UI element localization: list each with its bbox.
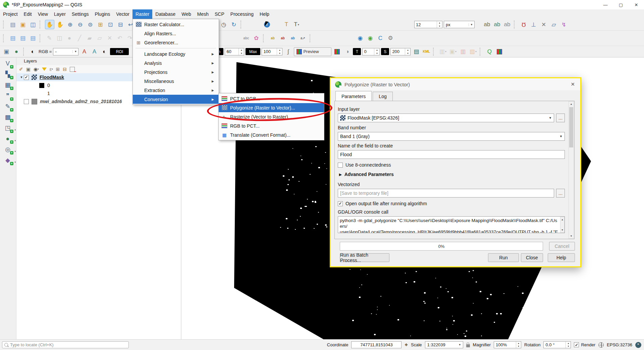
pan-map-icon[interactable]: ✋ (45, 20, 54, 29)
zoom-full-icon[interactable]: ⊞ (96, 20, 105, 29)
scp-image-control-icon[interactable]: ◐ (29, 47, 37, 56)
spin-up-icon[interactable]: ▲ (566, 342, 571, 345)
layer-visibility-checkbox[interactable] (24, 99, 29, 104)
zoom-to-selection-icon[interactable]: ⊡ (106, 20, 115, 29)
lock-icon[interactable] (466, 344, 470, 347)
close-dialog-button[interactable]: Close (521, 253, 543, 262)
menu-processing[interactable]: Processing (227, 9, 257, 19)
help-button[interactable]: Help (548, 253, 575, 262)
vertex-tool-icon[interactable]: ▱ (549, 20, 558, 29)
label-callout-icon[interactable]: ab (288, 34, 297, 43)
tab-parameters[interactable]: Parameters (335, 91, 372, 101)
locate-input[interactable]: Type to locate (Ctrl+K) (2, 341, 129, 348)
spin-down-icon[interactable]: ▼ (405, 52, 410, 55)
zoom-native-icon[interactable]: ⊜ (86, 20, 95, 29)
save-project-icon[interactable]: ◫ (29, 20, 37, 29)
c-plugin-icon[interactable]: C (376, 34, 385, 43)
tab-log[interactable]: Log (373, 92, 392, 101)
rgb-combo[interactable]: -▼ (53, 48, 78, 55)
messages-icon[interactable]: ❞ (635, 342, 641, 348)
min-spin[interactable]: 60▲▼ (225, 48, 244, 55)
spin-down-icon[interactable]: ▼ (277, 52, 282, 55)
eight-connectedness-checkbox[interactable] (338, 163, 343, 168)
menu-vector[interactable]: Vector (113, 9, 132, 19)
rgb-grid-icon[interactable] (333, 47, 341, 56)
menu-database[interactable]: Database (152, 9, 178, 19)
spin-down-icon[interactable]: ▼ (516, 345, 521, 348)
menu-item-miscellaneous[interactable]: Miscellaneous▶ (133, 77, 219, 86)
spin-up-icon[interactable]: ▲ (239, 48, 244, 52)
spin-arrows[interactable]: ▲▼ (437, 21, 442, 28)
scp-download-icon[interactable]: ● (12, 47, 21, 56)
open-styling-panel-icon[interactable]: ✐ (19, 67, 23, 72)
spin-up-icon[interactable]: ▲ (405, 48, 410, 52)
style-paste-icon[interactable]: ▤ (18, 34, 27, 43)
label-options-icon[interactable]: T▾ (292, 20, 301, 29)
cumulative-stretch-icon[interactable]: ∫ (284, 47, 292, 56)
kml-icon[interactable]: KML (422, 47, 431, 56)
layer-visibility-checkbox[interactable]: ✓ (24, 75, 29, 80)
scp-cursor-icon[interactable]: ◐ (100, 47, 109, 56)
layers-diamond-icon[interactable]: ◆+▾ (3, 156, 13, 165)
max-spin[interactable]: 100▲▼ (262, 48, 282, 55)
rotation-spin[interactable]: 0.0 °▲▼ (543, 341, 571, 348)
scroll-down-icon[interactable]: ▼ (560, 227, 564, 232)
scp-stretch-a-icon[interactable]: A (80, 47, 89, 56)
scp-stretch-b-icon[interactable]: A (90, 47, 99, 56)
menu-project[interactable]: Project (0, 9, 21, 19)
layer-labeling-icon[interactable]: abc (242, 34, 251, 43)
ink-pen-icon[interactable]: ✎+ (3, 102, 13, 111)
scp-search-icon[interactable]: Q (485, 47, 494, 56)
rotate-label-icon[interactable]: ab (493, 20, 501, 29)
cancel-button[interactable]: Cancel (549, 242, 575, 251)
menu-item-align-rasters[interactable]: Align Rasters... (133, 29, 219, 38)
menu-edit[interactable]: Edit (21, 9, 35, 19)
spin-up-icon[interactable]: ▲ (277, 48, 282, 52)
new-project-icon[interactable]: ▤ (8, 20, 17, 29)
dialog-title-bar[interactable]: Polygonize (Raster to Vector) (331, 78, 580, 90)
raster-checker-icon[interactable]: ▚+ (3, 70, 13, 79)
spin-arrows[interactable]: ▲▼ (405, 48, 410, 55)
refresh-icon[interactable]: ↻ (229, 20, 238, 29)
console-call-text[interactable]: python3 -m gdal_polygonize "C:\\Users\\u… (338, 216, 565, 233)
advanced-parameters-row[interactable]: ▶ Advanced Parameters (339, 172, 394, 177)
style-manager-icon[interactable]: ▤ (29, 34, 37, 43)
menu-item-projections[interactable]: Projections▶ (133, 68, 219, 77)
delete-selected-icon[interactable]: ✕ (105, 34, 114, 43)
scp-half-icon[interactable]: ◑ (343, 47, 352, 56)
filter-legend-icon[interactable] (42, 68, 47, 71)
spin-down-icon[interactable]: ▼ (239, 52, 244, 55)
style-copy-icon[interactable]: ▤ (8, 34, 17, 43)
add-vector-feature-icon[interactable]: V+ (3, 59, 13, 68)
menu-item-extraction[interactable]: Extraction▶ (133, 86, 219, 95)
move-label-icon[interactable]: ab (483, 20, 491, 29)
folder-layer-icon[interactable]: ▣▾ (448, 47, 457, 56)
coordinate-value[interactable]: 747711,8151043 (351, 341, 401, 348)
undo-icon[interactable]: ↶ (115, 34, 124, 43)
scale-combo[interactable]: 1:322039▼ (425, 341, 463, 348)
globe-layers-icon[interactable]: ●+▾ (3, 134, 13, 143)
collapse-all-icon[interactable]: ⊟ (63, 67, 67, 72)
menu-scp[interactable]: SCP (212, 9, 227, 19)
topology-icon[interactable]: ⊥ (529, 20, 538, 29)
menu-view[interactable]: View (35, 9, 51, 19)
scroll-up-icon[interactable]: ▲ (560, 217, 564, 222)
menu-settings[interactable]: Settings (69, 9, 92, 19)
menu-plugins[interactable]: Plugins (92, 9, 113, 19)
layers-plugin-icon[interactable]: ◉ (366, 34, 375, 43)
spin-down-icon[interactable]: ▼ (437, 25, 442, 28)
spin-arrows[interactable]: ▲▼ (374, 48, 379, 55)
menu-item-rgb-to-pct[interactable]: RGB to PCT... (219, 121, 324, 130)
input-layer-combo[interactable]: FloodMask [EPSG:4326] ▼ (338, 114, 554, 122)
remove-image-icon[interactable]: ▥ (459, 47, 467, 56)
menu-item-landscape-ecology[interactable]: Landscape Ecology▶ (133, 49, 219, 58)
menu-item-analysis[interactable]: Analysis▶ (133, 58, 219, 68)
add-polygon-icon[interactable]: ▰ (85, 34, 94, 43)
scp-bandset-icon[interactable]: ▣ (2, 47, 11, 56)
scp-db-icon[interactable]: ▤ (412, 47, 421, 56)
save-edits-icon[interactable]: ◫ (55, 34, 64, 43)
menu-layer[interactable]: Layer (51, 9, 69, 19)
mesh-grid-icon[interactable]: ▩+ (3, 113, 13, 122)
open-output-checkbox[interactable]: ✓ (338, 201, 343, 206)
change-label-icon[interactable]: ab (503, 20, 512, 29)
